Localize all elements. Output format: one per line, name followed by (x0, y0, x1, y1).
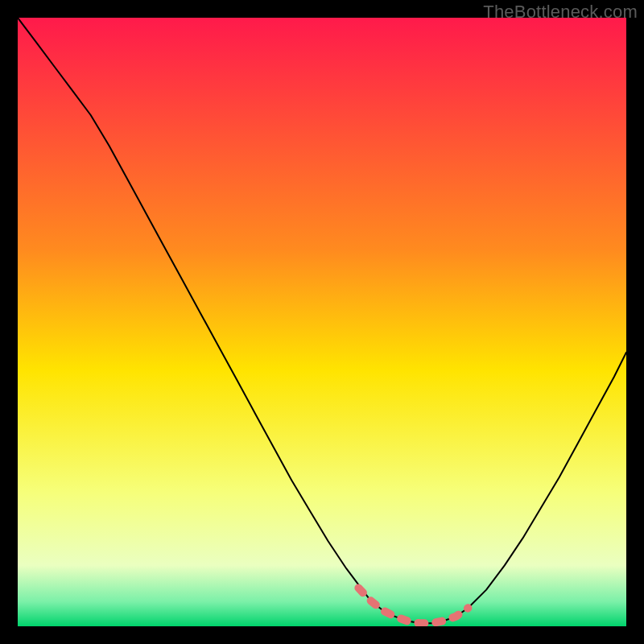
chart-stage: TheBottleneck.com (0, 0, 644, 644)
gradient-background (18, 18, 626, 626)
chart-svg (18, 18, 626, 626)
plot-area (18, 18, 626, 626)
watermark-text: TheBottleneck.com (483, 2, 638, 23)
